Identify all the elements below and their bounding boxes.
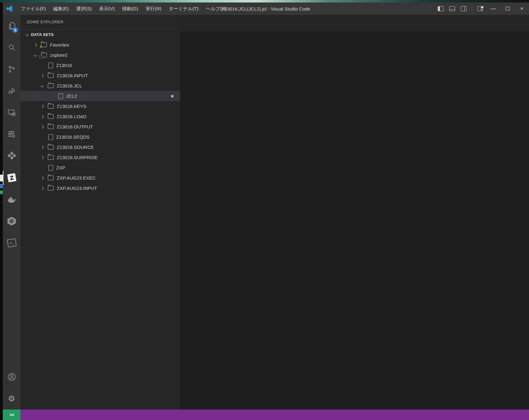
sidebar-title: ZOWE EXPLORER — [20, 15, 180, 29]
vscode-logo-icon — [6, 5, 13, 12]
remote-indicator[interactable]: >< — [3, 409, 20, 420]
tree-item-label: Z13016.JCL — [57, 83, 82, 88]
tree-item-label: Z13016.SEQDS — [56, 134, 90, 140]
activity-remote-explorer-icon[interactable] — [3, 102, 20, 123]
activity-explorer-icon[interactable]: 3 — [3, 15, 20, 37]
activity-search-icon[interactable] — [3, 37, 20, 58]
chevron-right-icon[interactable] — [39, 104, 47, 109]
tree-item-label: Z13016.KEYS — [57, 104, 86, 109]
twisty-none — [39, 63, 47, 68]
menu-bar: ファイル(F)編集(E)選択(S)表示(V)移動(G)実行(R)ターミナル(T)… — [17, 2, 231, 15]
tree-item[interactable]: ZXP.AUG23.INPUT — [20, 183, 180, 193]
twisty-none — [49, 94, 57, 99]
titlebar-controls: — ☐ × — [435, 2, 529, 15]
desktop-background-edge — [0, 2, 3, 420]
tree-item[interactable]: Favorites — [20, 40, 180, 50]
vscode-window: ファイル(F)編集(E)選択(S)表示(V)移動(G)実行(R)ターミナル(T)… — [0, 0, 529, 420]
menu-item-0[interactable]: ファイル(F) — [17, 2, 50, 15]
minimize-button[interactable]: — — [486, 2, 500, 15]
section-header[interactable]: DATA SETS — [20, 29, 180, 40]
twisty-none — [39, 135, 47, 140]
tree-item[interactable]: ZXP — [20, 163, 180, 173]
toggle-panel-icon[interactable] — [449, 6, 455, 11]
twisty-none — [39, 165, 47, 170]
title-bar: ファイル(F)編集(E)選択(S)表示(V)移動(G)実行(R)ターミナル(T)… — [3, 2, 529, 15]
folder-icon — [48, 114, 54, 119]
tree-item[interactable]: Z13016.JCL — [20, 81, 180, 91]
activity-remote-terminal-icon[interactable]: >_ — [3, 232, 20, 254]
tree-item-label: Z13016.INPUT — [57, 73, 88, 78]
explorer-badge: 3 — [12, 27, 18, 33]
tree-item[interactable]: Z13016.LOAD — [20, 111, 180, 122]
chevron-right-icon[interactable] — [39, 155, 47, 160]
customize-layout-icon[interactable] — [477, 6, 483, 11]
favorite-star-icon[interactable]: ★ — [170, 93, 174, 99]
tree-item-label: Z13016.SOURCE — [57, 145, 94, 150]
toggle-secondary-sidebar-icon[interactable] — [461, 6, 467, 11]
tree-item-label: ZXP — [56, 165, 65, 170]
window-title: Z13016.JCL(JCL2).jcl - Visual Studio Cod… — [222, 6, 310, 11]
tree-item[interactable]: Z13016.KEYS — [20, 101, 180, 111]
activity-settings-icon[interactable]: ⚙ — [3, 388, 20, 409]
desktop-sliver — [0, 184, 3, 188]
activity-docker-icon[interactable] — [3, 189, 20, 210]
zowe-explorer-sidebar: ZOWE EXPLORER DATA SETSFavoriteszxplore2… — [20, 15, 180, 409]
activity-bar: 3Z☸>_⚙ — [3, 15, 20, 409]
chevron-right-icon[interactable] — [39, 73, 47, 78]
file-icon — [48, 63, 53, 68]
folder-icon — [48, 124, 54, 129]
activity-accounts-icon[interactable] — [3, 366, 20, 388]
tree-item[interactable]: Z13016 — [20, 60, 180, 70]
status-bar: >< — [3, 409, 529, 420]
menu-item-2[interactable]: 選択(S) — [73, 2, 96, 15]
activity-kubernetes-icon[interactable]: ☸ — [3, 210, 20, 232]
section-label: DATA SETS — [31, 32, 54, 37]
desktop-sliver — [0, 190, 3, 194]
close-button[interactable]: × — [515, 2, 529, 15]
toggle-sidebar-icon[interactable] — [438, 6, 444, 11]
section-body: Favoriteszxplore2Z13016Z13016.INPUTZ1301… — [20, 40, 180, 193]
menu-item-5[interactable]: 実行(R) — [142, 2, 165, 15]
tree-item[interactable]: Z13016.SEQDS — [20, 132, 180, 142]
file-icon — [48, 134, 53, 140]
tree-item-label: JCL2 — [66, 93, 77, 99]
activity-source-control-icon[interactable] — [3, 58, 20, 80]
activity-cloud-code-icon[interactable] — [3, 145, 20, 167]
titlebar-separator — [472, 6, 472, 11]
file-icon — [48, 165, 53, 171]
code-editor[interactable] — [180, 40, 529, 409]
editor-group — [180, 15, 529, 409]
menu-item-6[interactable]: ターミナル(T) — [165, 2, 202, 15]
tree-item-label: zxplore2 — [50, 52, 68, 58]
tree-item-label: Z13016.SURPRISE — [57, 155, 98, 160]
maximize-button[interactable]: ☐ — [500, 2, 515, 15]
tree-item[interactable]: Z13016.SOURCE — [20, 142, 180, 152]
tree-item[interactable]: ZXP.AUG23.EXEC — [20, 173, 180, 183]
chevron-right-icon[interactable] — [39, 124, 47, 129]
activity-extensions-icon[interactable] — [3, 123, 20, 145]
chevron-down-icon[interactable] — [39, 83, 47, 88]
tree-item[interactable]: JCL2★ — [20, 91, 180, 101]
section-data-sets: DATA SETSFavoriteszxplore2Z13016Z13016.I… — [20, 29, 180, 193]
tree-item[interactable]: zxplore2 — [20, 50, 180, 60]
menu-item-1[interactable]: 編集(E) — [50, 2, 73, 15]
tree-item[interactable]: Z13016.OUTPUT — [20, 122, 180, 132]
folder-icon — [48, 176, 54, 180]
activity-run-and-debug-icon[interactable] — [3, 80, 20, 102]
folder-icon — [48, 73, 54, 78]
chevron-right-icon[interactable] — [39, 176, 47, 181]
tree-item[interactable]: Z13016.INPUT — [20, 70, 180, 81]
tree-item[interactable]: Z13016.SURPRISE — [20, 152, 180, 163]
tree-item-label: ZXP.AUG23.EXEC — [57, 175, 96, 181]
activity-zowe-explorer-icon[interactable]: Z — [3, 167, 20, 189]
chevron-right-icon[interactable] — [39, 114, 47, 119]
folder-open-icon — [47, 83, 54, 88]
session-check-icon — [41, 53, 47, 57]
chevron-right-icon[interactable] — [39, 145, 47, 150]
folder-icon — [48, 155, 54, 160]
chevron-right-icon[interactable] — [39, 186, 47, 191]
menu-item-4[interactable]: 移動(G) — [119, 2, 142, 15]
menu-item-3[interactable]: 表示(V) — [96, 2, 119, 15]
breadcrumb — [180, 32, 529, 40]
folder-icon — [48, 145, 54, 150]
